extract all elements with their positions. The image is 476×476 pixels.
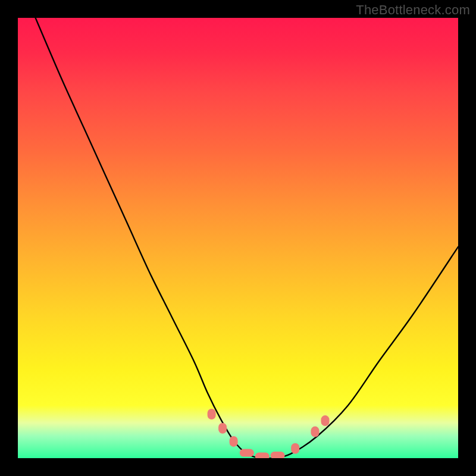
curve-layer xyxy=(18,18,458,458)
curve-marker xyxy=(218,423,227,434)
plot-area xyxy=(18,18,458,458)
curve-markers xyxy=(208,409,330,458)
curve-marker xyxy=(321,415,330,426)
curve-marker xyxy=(208,409,216,419)
watermark-text: TheBottleneck.com xyxy=(356,2,470,18)
curve-marker xyxy=(271,452,285,458)
curve-marker xyxy=(311,427,320,437)
chart-frame: TheBottleneck.com xyxy=(0,0,476,476)
curve-marker xyxy=(291,443,299,454)
bottleneck-curve xyxy=(36,18,458,458)
curve-marker xyxy=(240,449,254,457)
curve-marker xyxy=(230,436,238,447)
curve-marker xyxy=(255,453,270,459)
